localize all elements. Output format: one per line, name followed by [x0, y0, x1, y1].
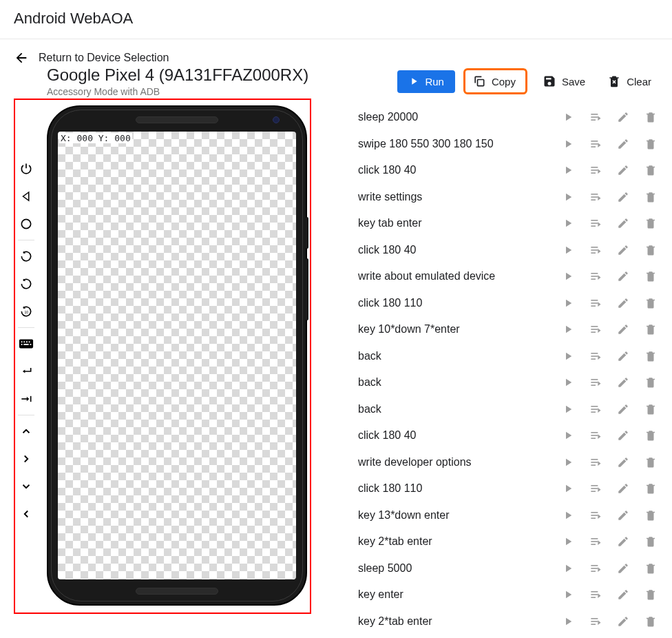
- edit-icon[interactable]: [616, 534, 631, 549]
- edit-icon[interactable]: [616, 296, 631, 311]
- delete-icon[interactable]: [643, 163, 658, 178]
- delete-icon[interactable]: [643, 269, 658, 284]
- delete-icon[interactable]: [643, 402, 658, 417]
- chevron-right-icon[interactable]: [17, 445, 35, 473]
- rotate-cw-icon[interactable]: [17, 243, 35, 270]
- play-icon[interactable]: [560, 455, 576, 470]
- chevron-down-icon[interactable]: [17, 473, 35, 500]
- delete-icon[interactable]: [643, 587, 658, 602]
- play-from-icon[interactable]: [588, 269, 603, 284]
- edit-icon[interactable]: [616, 587, 631, 602]
- play-icon[interactable]: [560, 375, 576, 390]
- delete-icon[interactable]: [643, 455, 658, 470]
- rotate-ccw-icon[interactable]: [17, 270, 35, 298]
- delete-icon[interactable]: [643, 349, 658, 364]
- play-from-icon[interactable]: [588, 216, 603, 231]
- power-icon[interactable]: [17, 155, 35, 183]
- edit-icon[interactable]: [616, 216, 631, 231]
- chevron-up-icon[interactable]: [17, 418, 35, 445]
- edit-icon[interactable]: [616, 189, 631, 205]
- play-from-icon[interactable]: [588, 322, 603, 337]
- play-from-icon[interactable]: [588, 508, 603, 523]
- delete-icon[interactable]: [643, 614, 658, 629]
- delete-icon[interactable]: [643, 534, 658, 549]
- play-icon[interactable]: [560, 163, 576, 178]
- run-button[interactable]: Run: [397, 70, 455, 93]
- play-icon[interactable]: [560, 243, 576, 258]
- play-icon[interactable]: [560, 216, 576, 231]
- delete-icon[interactable]: [643, 508, 658, 523]
- play-from-icon[interactable]: [588, 375, 603, 390]
- play-from-icon[interactable]: [588, 136, 603, 152]
- delete-icon[interactable]: [643, 243, 658, 258]
- keyboard-icon[interactable]: [17, 330, 35, 358]
- command-actions: [560, 136, 658, 152]
- edit-icon[interactable]: [616, 349, 631, 364]
- edit-icon[interactable]: [616, 428, 631, 443]
- home-icon[interactable]: [17, 210, 35, 238]
- play-from-icon[interactable]: [588, 110, 603, 125]
- delete-icon[interactable]: [643, 428, 658, 443]
- delete-icon[interactable]: [643, 375, 658, 390]
- play-from-icon[interactable]: [588, 428, 603, 443]
- delete-icon[interactable]: [643, 322, 658, 337]
- edit-icon[interactable]: [616, 455, 631, 470]
- play-icon[interactable]: [560, 296, 576, 311]
- delete-icon[interactable]: [643, 110, 658, 125]
- play-icon[interactable]: [560, 481, 576, 496]
- play-icon[interactable]: [560, 587, 576, 602]
- play-from-icon[interactable]: [588, 534, 603, 549]
- return-link[interactable]: Return to Device Selection: [0, 39, 672, 65]
- edit-icon[interactable]: [616, 136, 631, 152]
- clear-button[interactable]: Clear: [600, 69, 658, 94]
- back-nav-icon[interactable]: [17, 183, 35, 210]
- play-from-icon[interactable]: [588, 189, 603, 205]
- edit-icon[interactable]: [616, 163, 631, 178]
- delete-icon[interactable]: [643, 136, 658, 152]
- play-icon[interactable]: [560, 508, 576, 523]
- rotate-timer-icon[interactable]: 10: [17, 298, 35, 325]
- edit-icon[interactable]: [616, 481, 631, 496]
- play-icon[interactable]: [560, 349, 576, 364]
- edit-icon[interactable]: [616, 561, 631, 576]
- play-icon[interactable]: [560, 561, 576, 576]
- edit-icon[interactable]: [616, 402, 631, 417]
- enter-icon[interactable]: [17, 358, 35, 385]
- edit-icon[interactable]: [616, 614, 631, 629]
- edit-icon[interactable]: [616, 243, 631, 258]
- play-from-icon[interactable]: [588, 561, 603, 576]
- play-icon[interactable]: [560, 402, 576, 417]
- play-icon[interactable]: [560, 614, 576, 629]
- edit-icon[interactable]: [616, 110, 631, 125]
- play-icon[interactable]: [560, 136, 576, 152]
- delete-icon[interactable]: [643, 481, 658, 496]
- play-icon[interactable]: [560, 534, 576, 549]
- play-from-icon[interactable]: [588, 349, 603, 364]
- play-from-icon[interactable]: [588, 481, 603, 496]
- device-screen[interactable]: X: 000 Y: 000: [58, 132, 296, 579]
- delete-icon[interactable]: [643, 216, 658, 231]
- edit-icon[interactable]: [616, 322, 631, 337]
- save-button[interactable]: Save: [536, 69, 592, 94]
- edit-icon[interactable]: [616, 375, 631, 390]
- play-from-icon[interactable]: [588, 243, 603, 258]
- play-from-icon[interactable]: [588, 455, 603, 470]
- edit-icon[interactable]: [616, 508, 631, 523]
- delete-icon[interactable]: [643, 189, 658, 205]
- play-icon[interactable]: [560, 269, 576, 284]
- play-from-icon[interactable]: [588, 587, 603, 602]
- tab-icon[interactable]: [17, 385, 35, 413]
- copy-button[interactable]: Copy: [463, 68, 527, 94]
- play-from-icon[interactable]: [588, 296, 603, 311]
- play-from-icon[interactable]: [588, 614, 603, 629]
- edit-icon[interactable]: [616, 269, 631, 284]
- play-from-icon[interactable]: [588, 402, 603, 417]
- delete-icon[interactable]: [643, 296, 658, 311]
- delete-icon[interactable]: [643, 561, 658, 576]
- play-icon[interactable]: [560, 322, 576, 337]
- play-from-icon[interactable]: [588, 163, 603, 178]
- play-icon[interactable]: [560, 428, 576, 443]
- play-icon[interactable]: [560, 189, 576, 205]
- play-icon[interactable]: [560, 110, 576, 125]
- chevron-left-icon[interactable]: [17, 500, 35, 528]
